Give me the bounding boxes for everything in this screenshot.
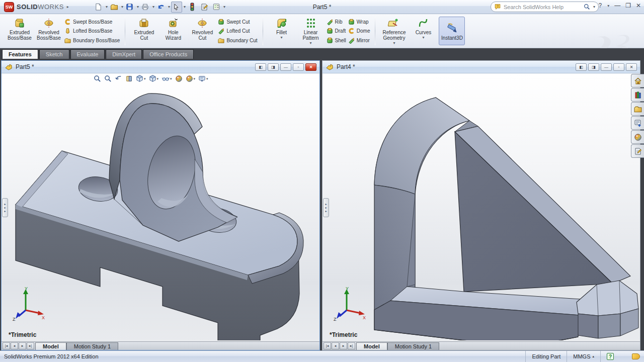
- search-scope-dropdown-icon[interactable]: ▾: [593, 5, 595, 9]
- part5-titlebar[interactable]: Part5 * ◧ ◨ — ▫ ✕: [2, 61, 319, 73]
- instant3d-icon: [446, 22, 458, 34]
- tab-scroll-last-icon[interactable]: ▸|: [27, 342, 34, 349]
- new-document-icon[interactable]: [93, 2, 104, 13]
- command-tab-bar: Features Sketch Evaluate DimXpert Office…: [0, 48, 644, 59]
- tab-scroll-next-icon[interactable]: ▸: [19, 342, 26, 349]
- boundary-boss-button[interactable]: Boundary Boss/Base: [64, 36, 120, 45]
- model-tab[interactable]: Model: [35, 342, 66, 350]
- part5-3d-model[interactable]: [2, 73, 317, 340]
- tab-sketch[interactable]: Sketch: [39, 49, 69, 59]
- part4-restore-icon[interactable]: ▫: [613, 63, 624, 71]
- shell-button[interactable]: Shell: [327, 36, 346, 45]
- part5-close-icon[interactable]: ✕: [305, 63, 316, 71]
- boundary-cut-icon: [218, 37, 224, 44]
- part4-close-icon[interactable]: ✕: [626, 63, 637, 71]
- swept-cut-button[interactable]: Swept Cut: [218, 17, 257, 26]
- part4-viewport[interactable]: ▸▸▸: [323, 73, 640, 341]
- tab-features[interactable]: Features: [2, 49, 38, 59]
- tab-scroll-first-icon[interactable]: |◂: [324, 342, 331, 349]
- design-library-icon[interactable]: [631, 88, 644, 102]
- part4-minimize-icon[interactable]: —: [601, 63, 612, 71]
- custom-properties-icon[interactable]: [631, 144, 644, 158]
- model-tab[interactable]: Model: [356, 342, 387, 350]
- new-dropdown-icon[interactable]: ▾: [106, 5, 108, 9]
- help-search-box[interactable]: ? Search SolidWorks Help ▾: [491, 2, 599, 12]
- tab-scroll-prev-icon[interactable]: ◂: [11, 342, 18, 349]
- tab-evaluate[interactable]: Evaluate: [70, 49, 105, 59]
- help-icon[interactable]: ?: [598, 2, 602, 9]
- tab-scroll-next-icon[interactable]: ▸: [340, 342, 347, 349]
- solidworks-resources-home-icon[interactable]: [631, 74, 644, 87]
- part4-3d-model[interactable]: [323, 73, 640, 340]
- part4-pane-left-icon[interactable]: ◧: [576, 63, 587, 71]
- select-cursor-icon[interactable]: [171, 2, 182, 13]
- print-icon[interactable]: [140, 2, 151, 13]
- view-palette-icon[interactable]: [631, 116, 644, 130]
- rib-button[interactable]: Rib: [327, 17, 346, 26]
- linear-pattern-button[interactable]: Linear Pattern ▾: [296, 16, 326, 46]
- tasks-dropdown-icon[interactable]: ▾: [223, 5, 225, 9]
- part4-titlebar[interactable]: Part4 * ◧ ◨ — ▫ ✕: [323, 61, 640, 73]
- part5-minimize-icon[interactable]: —: [280, 63, 291, 71]
- part5-pane-right-icon[interactable]: ◨: [268, 63, 279, 71]
- tab-scroll-first-icon[interactable]: |◂: [3, 342, 10, 349]
- open-icon[interactable]: [109, 2, 120, 13]
- mirror-button[interactable]: Mirror: [348, 36, 370, 45]
- save-dropdown-icon[interactable]: ▾: [137, 5, 139, 9]
- reference-geometry-button[interactable]: Reference Geometry ▾: [379, 16, 409, 46]
- part5-restore-icon[interactable]: ▫: [293, 63, 304, 71]
- select-dropdown-icon[interactable]: ▾: [184, 5, 186, 9]
- tab-dimxpert[interactable]: DimXpert: [106, 49, 142, 59]
- ribbon-separator: [375, 17, 375, 45]
- wrap-button[interactable]: Wrap: [348, 17, 370, 26]
- undo-icon[interactable]: [155, 2, 167, 13]
- rebuild-trafficlight-icon[interactable]: [187, 2, 198, 13]
- mdi-area: Part5 * ◧ ◨ — ▫ ✕ ▾ ▾ ▾ ▾ ▾: [0, 59, 644, 350]
- curves-button[interactable]: Curves ▾: [409, 16, 438, 46]
- tab-office-products[interactable]: Office Products: [143, 49, 194, 59]
- units-selector[interactable]: MMGS ▴: [567, 351, 600, 362]
- search-placeholder: Search SolidWorks Help: [504, 4, 581, 10]
- revolved-boss-button[interactable]: Revolved Boss/Base: [34, 16, 63, 46]
- tab-scroll-last-icon[interactable]: ▸|: [348, 342, 355, 349]
- hole-wizard-button[interactable]: Hole Wizard: [158, 16, 188, 46]
- part5-pane-left-icon[interactable]: ◧: [255, 63, 266, 71]
- swept-boss-icon: [64, 19, 71, 25]
- motion-study-tab[interactable]: Motion Study 1: [387, 342, 439, 350]
- file-explorer-icon[interactable]: [631, 102, 644, 116]
- search-icon[interactable]: [584, 4, 590, 10]
- app-restore-icon[interactable]: ❐: [625, 2, 631, 9]
- boundary-cut-button[interactable]: Boundary Cut: [218, 36, 257, 45]
- refgeo-dropdown-icon[interactable]: ▾: [393, 41, 395, 46]
- help-dropdown-icon[interactable]: ▾: [607, 4, 609, 8]
- tags-icon[interactable]: [632, 353, 640, 359]
- undo-dropdown-icon[interactable]: ▾: [168, 5, 170, 9]
- extruded-boss-button[interactable]: Extruded Boss/Base: [5, 16, 34, 46]
- tab-scroll-prev-icon[interactable]: ◂: [332, 342, 339, 349]
- dome-button[interactable]: Dome: [348, 27, 370, 36]
- curves-dropdown-icon[interactable]: ▾: [422, 36, 424, 41]
- quick-tips-toggle[interactable]: ?: [600, 351, 620, 362]
- app-close-icon[interactable]: ✕: [636, 2, 641, 9]
- appearances-scenes-icon[interactable]: [631, 130, 644, 144]
- save-icon[interactable]: [124, 2, 135, 13]
- part4-pane-right-icon[interactable]: ◨: [588, 63, 599, 71]
- instant3d-toggle-button[interactable]: Instant3D: [439, 17, 465, 45]
- extruded-cut-button[interactable]: Extruded Cut: [129, 16, 158, 46]
- fillet-dropdown-icon[interactable]: ▾: [281, 36, 283, 41]
- open-dropdown-icon[interactable]: ▾: [121, 5, 123, 9]
- revolved-cut-button[interactable]: Revolved Cut: [188, 16, 217, 46]
- app-minimize-icon[interactable]: —: [614, 2, 620, 9]
- lofted-cut-button[interactable]: Lofted Cut: [218, 27, 257, 36]
- draft-button[interactable]: Draft: [327, 27, 346, 36]
- options-sheet-icon[interactable]: [199, 2, 210, 13]
- brand-expand-arrow-icon[interactable]: ▸: [67, 5, 69, 9]
- lofted-boss-button[interactable]: Lofted Boss/Base: [64, 27, 120, 36]
- part5-viewport[interactable]: ▾ ▾ ▾ ▾ ▾ ▸▸▸: [2, 73, 319, 341]
- swept-boss-button[interactable]: Swept Boss/Base: [64, 17, 120, 26]
- print-dropdown-icon[interactable]: ▾: [152, 5, 154, 9]
- task-list-icon[interactable]: [211, 2, 222, 13]
- fillet-button[interactable]: Fillet ▾: [267, 16, 296, 46]
- pattern-dropdown-icon[interactable]: ▾: [310, 41, 312, 46]
- motion-study-tab[interactable]: Motion Study 1: [66, 342, 118, 350]
